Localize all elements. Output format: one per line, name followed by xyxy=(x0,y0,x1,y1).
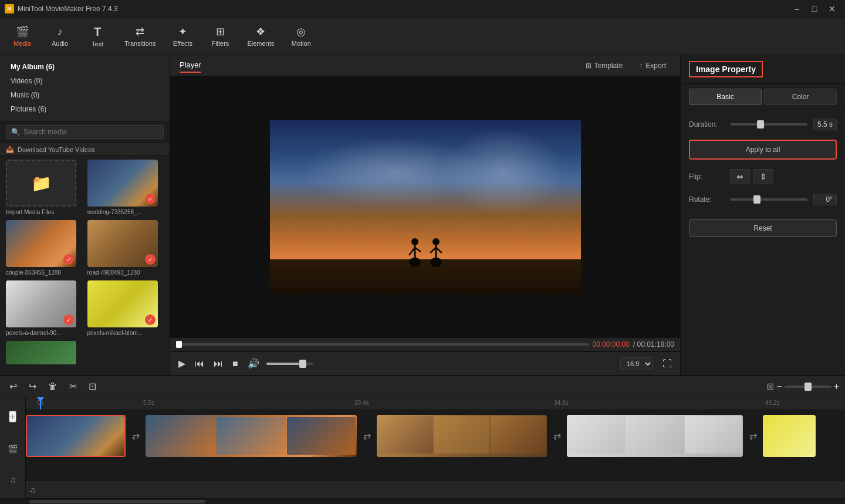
media-thumb-darmel: ✓ xyxy=(6,280,76,327)
play-button[interactable]: ▶ xyxy=(176,356,188,371)
transition-4[interactable]: ⇄ xyxy=(744,415,762,457)
check-badge-road: ✓ xyxy=(145,254,156,265)
apply-to-all-button[interactable]: Apply to all xyxy=(689,140,837,160)
media-item-partial[interactable] xyxy=(6,341,83,364)
split-button[interactable]: ✂ xyxy=(66,378,80,394)
media-item-darmel[interactable]: ✓ pexels-a-darmel-90... xyxy=(6,280,83,336)
rotate-slider[interactable] xyxy=(730,198,807,201)
svg-point-0 xyxy=(409,258,421,267)
minimize-button[interactable]: – xyxy=(789,3,805,15)
duration-label: Duration: xyxy=(689,120,724,128)
rotate-label: Rotate: xyxy=(689,195,724,204)
property-content: Duration: 5.5 s Apply to all Flip: ⇔ ⇕ R… xyxy=(681,110,845,245)
flip-row: Flip: ⇔ ⇕ xyxy=(689,169,837,184)
progress-track[interactable] xyxy=(176,343,589,346)
toolbar-filters[interactable]: ⊞ Filters xyxy=(202,23,238,49)
export-button[interactable]: ↑ Export xyxy=(634,59,671,72)
toolbar-filters-label: Filters xyxy=(211,40,229,47)
clip-sky[interactable] xyxy=(26,415,126,457)
flip-vertical-button[interactable]: ⇕ xyxy=(753,169,773,184)
nav-album[interactable]: My Album (6) xyxy=(6,60,164,74)
app-title: MiniTool MovieMaker Free 7.4.3 xyxy=(18,5,118,13)
main-toolbar: 🎬 Media ♪ Audio T Text ⇄ Transitions ✦ E… xyxy=(0,18,845,55)
close-button[interactable]: ✕ xyxy=(824,3,840,15)
nav-music[interactable]: Music (0) xyxy=(6,88,164,102)
motion-icon: ◎ xyxy=(296,25,306,38)
timeline-tracks: ⇄ ⇄ xyxy=(26,410,845,481)
elements-icon: ❖ xyxy=(256,25,265,38)
prev-frame-button[interactable]: ⏮ xyxy=(192,356,207,371)
add-track-button[interactable]: + xyxy=(9,411,16,422)
toolbar-audio-label: Audio xyxy=(52,40,68,47)
playhead xyxy=(40,397,41,410)
time-current: 00:00:00:00 xyxy=(593,340,630,349)
toolbar-transitions[interactable]: ⇄ Transitions xyxy=(117,23,163,49)
tab-basic[interactable]: Basic xyxy=(689,89,762,105)
left-panel: My Album (6) Videos (0) Music (0) Pictur… xyxy=(0,55,170,375)
delete-button[interactable]: 🗑 xyxy=(45,379,61,394)
volume-fill xyxy=(266,363,299,365)
check-badge-wedding: ✓ xyxy=(145,194,156,204)
search-box[interactable]: 🔍 xyxy=(6,125,164,139)
media-icon: 🎬 xyxy=(16,25,29,38)
aspect-ratio-select[interactable]: 16:99:161:14:3 xyxy=(620,357,653,370)
maximize-button[interactable]: □ xyxy=(806,3,823,15)
svg-point-5 xyxy=(430,258,442,267)
nav-pictures[interactable]: Pictures (6) xyxy=(6,102,164,116)
media-thumb-partial xyxy=(6,341,76,364)
media-item-mikael[interactable]: ✓ pexels-mikael-blom... xyxy=(87,280,164,336)
redo-button[interactable]: ↪ xyxy=(25,378,40,394)
toolbar-text[interactable]: T Text xyxy=(80,23,115,50)
toolbar-media[interactable]: 🎬 Media xyxy=(5,23,40,49)
media-item-wedding[interactable]: ✓ wedding-7335258_... xyxy=(87,160,164,215)
flip-label: Flip: xyxy=(689,172,724,181)
export-label: Export xyxy=(645,62,666,70)
clip-sunset[interactable] xyxy=(146,415,357,457)
template-button[interactable]: ⊞ Template xyxy=(581,59,628,72)
volume-button[interactable]: 🔊 xyxy=(245,356,262,371)
zoom-slider[interactable] xyxy=(785,385,832,388)
toolbar-effects-label: Effects xyxy=(173,40,192,47)
volume-slider[interactable] xyxy=(266,363,313,365)
player-tab[interactable]: Player xyxy=(180,58,201,73)
transition-3[interactable]: ⇄ xyxy=(548,415,566,457)
timeline-toolbar: ↩ ↪ 🗑 ✂ ⊡ ⊠ − + xyxy=(0,376,845,397)
nav-videos[interactable]: Videos (0) xyxy=(6,74,164,88)
image-property-title: Image Property xyxy=(689,61,763,77)
clip-road[interactable] xyxy=(377,415,547,457)
transition-2[interactable]: ⇄ xyxy=(358,415,376,457)
crop-button[interactable]: ⊡ xyxy=(85,378,100,394)
toolbar-text-label: Text xyxy=(92,40,103,48)
transition-1[interactable]: ⇄ xyxy=(127,415,144,457)
tab-color[interactable]: Color xyxy=(764,89,837,105)
timeline-area: + 🎬 ♫ 0s 5.5s 20.4s 34.8s 49.2s xyxy=(0,397,845,498)
search-input[interactable] xyxy=(23,128,158,136)
ruler-mark-34: 34.8s xyxy=(554,400,568,406)
zoom-out-button[interactable]: − xyxy=(776,381,782,392)
duration-slider[interactable] xyxy=(730,123,807,126)
titlebar: M MiniTool MovieMaker Free 7.4.3 – □ ✕ xyxy=(0,0,845,18)
video-frame xyxy=(270,120,581,295)
center-panel: Player ⊞ Template ↑ Export xyxy=(170,55,681,375)
media-item-couple[interactable]: ✓ couple-863456_1280 xyxy=(6,220,83,276)
audio-note-icon: ♫ xyxy=(29,485,36,495)
clip-yellow[interactable] xyxy=(763,415,816,457)
reset-button[interactable]: Reset xyxy=(689,219,837,237)
import-media-item[interactable]: 📁 Import Media Files xyxy=(6,160,83,215)
undo-button[interactable]: ↩ xyxy=(6,378,21,394)
stop-button[interactable]: ■ xyxy=(230,356,241,371)
download-bar[interactable]: 📥 Download YouTube Videos xyxy=(0,143,170,156)
toolbar-effects[interactable]: ✦ Effects xyxy=(165,23,200,49)
toolbar-audio[interactable]: ♪ Audio xyxy=(42,23,77,49)
next-frame-button[interactable]: ⏭ xyxy=(211,356,225,371)
media-item-road[interactable]: ✓ road-4900493_1280 xyxy=(87,220,164,276)
clip-camera[interactable] xyxy=(567,415,743,457)
media-search-area: 🔍 xyxy=(0,121,170,143)
player-controls: ▶ ⏮ ⏭ ■ 🔊 16:99:161:14:3 ⛶ xyxy=(170,351,680,375)
zoom-in-button[interactable]: + xyxy=(834,381,839,392)
fullscreen-button[interactable]: ⛶ xyxy=(660,356,674,371)
toolbar-motion[interactable]: ◎ Motion xyxy=(283,23,319,49)
timeline-scrollbar[interactable] xyxy=(0,498,845,504)
flip-horizontal-button[interactable]: ⇔ xyxy=(730,169,750,184)
toolbar-elements[interactable]: ❖ Elements xyxy=(240,23,281,49)
